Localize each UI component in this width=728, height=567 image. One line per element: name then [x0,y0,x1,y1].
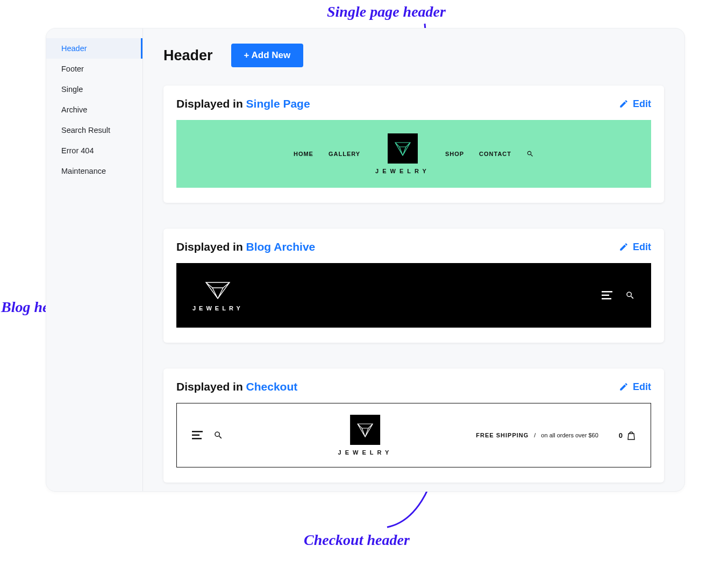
logo: JEWELRY [338,415,393,456]
sidebar-item-archive[interactable]: Archive [46,100,142,120]
displayed-prefix: Displayed in [176,380,246,393]
bag-icon [627,430,636,440]
edit-label: Edit [633,381,651,393]
pencil-icon [619,99,629,109]
header-preview-green: HOME GALLERY JEWELRY SHOP CONTACT [176,120,651,188]
card-title: Displayed in Blog Archive [176,240,315,253]
diamond-icon [203,279,233,301]
header-card-blog-archive: Displayed in Blog Archive Edit JEWELRY [163,229,664,343]
sidebar-item-single[interactable]: Single [46,79,142,100]
edit-button[interactable]: Edit [619,98,651,110]
sidebar-item-maintenance[interactable]: Maintenance [46,161,142,181]
annotation-checkout: Checkout header [304,531,410,549]
logo-text: JEWELRY [192,305,244,311]
svg-rect-6 [192,431,203,433]
location-link-archive[interactable]: Blog Archive [246,240,316,253]
search-icon[interactable] [213,430,223,440]
svg-rect-5 [602,298,611,300]
sidebar: Header Footer Single Archive Search Resu… [46,29,143,491]
diamond-icon [393,140,412,157]
sidebar-item-header[interactable]: Header [46,38,142,59]
location-link-single[interactable]: Single Page [246,97,310,110]
card-title: Displayed in Checkout [176,380,297,393]
svg-rect-7 [192,435,199,436]
nav-gallery[interactable]: GALLERY [329,151,360,157]
menu-icon[interactable] [602,291,612,300]
edit-label: Edit [633,98,651,110]
nav-home[interactable]: HOME [294,151,313,157]
header-preview-black: JEWELRY [176,263,651,328]
add-new-button[interactable]: + Add New [231,44,304,67]
menu-icon[interactable] [192,431,203,440]
edit-label: Edit [633,242,651,253]
cart-count: 0 [619,431,623,440]
location-link-checkout[interactable]: Checkout [246,380,298,393]
sidebar-item-search-result[interactable]: Search Result [46,120,142,140]
pencil-icon [619,382,629,392]
diamond-icon [355,422,375,438]
annotation-single: Single page header [327,3,446,20]
sidebar-item-footer[interactable]: Footer [46,59,142,79]
header-card-single-page: Displayed in Single Page Edit HOME GALLE… [163,86,664,203]
sidebar-item-error-404[interactable]: Error 404 [46,140,142,161]
svg-rect-8 [192,438,202,440]
nav-contact[interactable]: CONTACT [479,151,511,157]
promo-detail: on all orders over $60 [541,432,598,438]
displayed-prefix: Displayed in [176,97,246,110]
promo-bold: FREE SHIPPING [476,432,529,438]
logo-text: JEWELRY [375,168,430,174]
displayed-prefix: Displayed in [176,240,246,253]
edit-button[interactable]: Edit [619,242,651,253]
card-title: Displayed in Single Page [176,97,310,110]
svg-rect-3 [602,291,612,293]
pencil-icon [619,242,629,252]
logo-text: JEWELRY [338,449,393,456]
page-title: Header [163,47,213,64]
page-header: Header + Add New [163,44,664,67]
svg-rect-4 [602,295,609,296]
main-content: Header + Add New Displayed in Single Pag… [143,29,684,491]
logo: JEWELRY [192,279,244,311]
promo-text: FREE SHIPPING / on all orders over $60 [476,432,598,438]
header-card-checkout: Displayed in Checkout Edit [163,368,664,483]
promo-sep: / [534,432,536,438]
cart-button[interactable]: 0 [619,430,636,440]
header-preview-white: JEWELRY FREE SHIPPING / on all orders ov… [176,403,651,467]
app-window: Header Footer Single Archive Search Resu… [46,28,685,492]
nav-shop[interactable]: SHOP [445,151,464,157]
edit-button[interactable]: Edit [619,381,651,393]
logo: JEWELRY [375,133,430,174]
search-icon[interactable] [526,150,534,158]
search-icon[interactable] [625,290,635,300]
